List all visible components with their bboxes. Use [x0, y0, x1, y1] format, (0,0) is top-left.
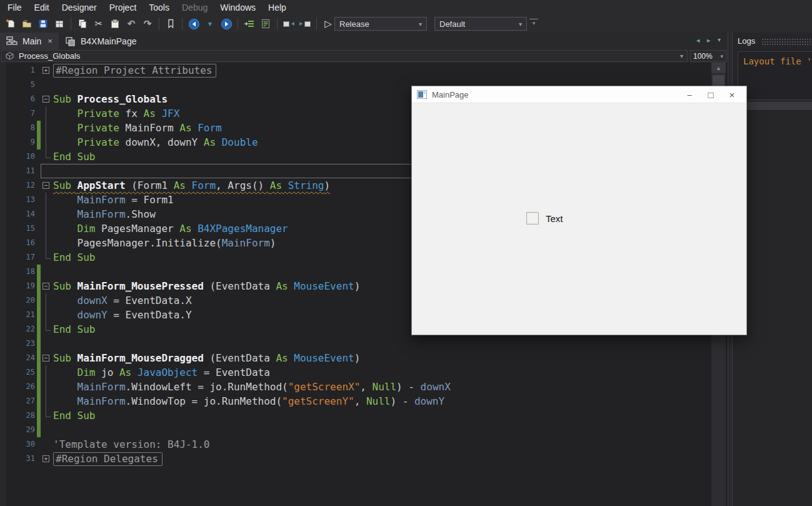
logs-tab-label[interactable]: Logs — [738, 36, 755, 46]
menu-designer[interactable]: Designer — [56, 0, 103, 15]
generate-members-icon[interactable] — [258, 16, 273, 31]
line-number[interactable]: 15 — [0, 221, 35, 236]
expand-region-icon[interactable]: + — [41, 63, 52, 78]
line-number[interactable]: 27 — [0, 394, 35, 408]
line-number[interactable]: 11 — [0, 164, 35, 178]
navigate-forward-icon[interactable] — [219, 16, 234, 31]
configuration-dropdown[interactable]: Default ▾ — [434, 17, 527, 31]
line-number[interactable]: 8 — [0, 121, 35, 135]
line-number[interactable]: 26 — [0, 380, 35, 394]
mainpage-window-title: MainPage — [432, 90, 679, 99]
line-number[interactable]: 17 — [0, 250, 35, 265]
line-number[interactable]: 28 — [0, 408, 35, 423]
line-number[interactable]: 20 — [0, 293, 35, 308]
save-icon[interactable] — [36, 16, 51, 31]
line-number[interactable]: 13 — [0, 193, 35, 207]
paste-icon[interactable] — [108, 16, 123, 31]
run-icon[interactable]: ▷ — [321, 16, 336, 31]
code-line[interactable]: 28End Sub — [0, 408, 728, 423]
menu-edit[interactable]: Edit — [28, 0, 56, 15]
line-number[interactable]: 9 — [0, 135, 35, 149]
menu-help[interactable]: Help — [262, 0, 293, 15]
text-checkbox[interactable] — [526, 212, 539, 225]
mainpage-titlebar[interactable]: MainPage – □ × — [412, 86, 746, 103]
line-number[interactable]: 29 — [0, 423, 35, 437]
menu-project[interactable]: Project — [103, 0, 143, 15]
line-number[interactable]: 22 — [0, 322, 35, 336]
modules-icon[interactable] — [52, 16, 67, 31]
code-line[interactable]: 27 MainForm.WindowTop = jo.RunMethod("ge… — [0, 394, 728, 408]
line-number[interactable]: 1 — [0, 63, 35, 78]
code-line[interactable]: 31+#Region Delegates — [0, 452, 728, 466]
code-line[interactable]: 26 MainForm.WindowLeft = jo.RunMethod("g… — [0, 380, 728, 394]
navigate-back-icon[interactable] — [186, 16, 201, 31]
mainpage-window[interactable]: MainPage – □ × Text — [411, 86, 747, 335]
line-number[interactable]: 23 — [0, 336, 35, 351]
line-number[interactable]: 16 — [0, 236, 35, 250]
open-project-icon[interactable] — [19, 16, 34, 31]
fold-gutter — [41, 164, 52, 178]
fold-scope-end — [41, 322, 52, 336]
line-number[interactable]: 24 — [0, 351, 35, 365]
code-line[interactable]: 30'Template version: B4J-1.0 — [0, 437, 728, 452]
code-line[interactable]: 24−Sub MainForm_MouseDragged (EventData … — [0, 351, 728, 365]
menu-file[interactable]: File — [1, 0, 28, 15]
close-button[interactable]: × — [721, 86, 743, 103]
collapsed-region[interactable]: #Region Project Attributes — [53, 64, 216, 78]
bookmark-icon[interactable] — [163, 16, 178, 31]
line-number[interactable]: 19 — [0, 279, 35, 293]
tab-main[interactable]: Main× — [0, 33, 59, 49]
expand-region-icon[interactable]: + — [41, 452, 52, 466]
maximize-button[interactable]: □ — [700, 86, 721, 103]
line-number[interactable]: 6 — [0, 92, 35, 106]
sub-selector-dropdown[interactable]: Process_Globals ▾ — [1, 50, 688, 62]
line-number[interactable]: 18 — [0, 265, 35, 279]
logs-panel-header[interactable]: Logs — [733, 33, 812, 49]
navigate-back-menu-icon[interactable]: ▾ — [203, 16, 218, 31]
cut-icon[interactable]: ✂ — [91, 16, 106, 31]
fold-gutter — [41, 423, 52, 437]
next-module-icon[interactable] — [298, 16, 313, 31]
close-tab-icon[interactable]: × — [48, 36, 53, 46]
undo-icon[interactable]: ↶ — [124, 16, 139, 31]
code-line[interactable]: 25 Dim jo As JavaObject = EventData — [0, 365, 728, 380]
panel-drag-handle[interactable] — [761, 38, 811, 45]
scroll-tabs-left-icon[interactable]: ◂ — [696, 36, 700, 44]
line-number[interactable]: 25 — [0, 365, 35, 380]
line-number[interactable]: 31 — [0, 452, 35, 466]
line-number[interactable]: 5 — [0, 78, 35, 92]
toolbar-overflow-button[interactable]: ▾ — [529, 19, 538, 27]
find-sub-icon[interactable] — [242, 16, 257, 31]
logs-output[interactable]: Layout file ' — [738, 51, 812, 100]
code-line[interactable]: 1+#Region Project Attributes — [0, 63, 728, 78]
line-number[interactable]: 7 — [0, 106, 35, 121]
editor-zoom-dropdown[interactable]: 100% ▾ — [690, 50, 726, 62]
scrollbar-up-arrow-icon[interactable]: ▲ — [711, 63, 726, 73]
line-number[interactable]: 21 — [0, 308, 35, 322]
tab-b4xmainpage[interactable]: B4XMainPage — [59, 33, 143, 49]
scroll-tabs-right-icon[interactable]: ▸ — [707, 36, 711, 44]
line-number[interactable]: 12 — [0, 178, 35, 193]
minimize-button[interactable]: – — [679, 86, 700, 103]
copy-icon[interactable] — [75, 16, 90, 31]
previous-module-icon[interactable] — [281, 16, 296, 31]
line-number[interactable]: 14 — [0, 207, 35, 221]
collapse-region-icon[interactable]: − — [41, 178, 52, 193]
tab-list-dropdown-icon[interactable]: ▾ — [718, 36, 721, 43]
code-line[interactable]: 23 — [0, 336, 728, 351]
redo-icon[interactable]: ↷ — [140, 16, 155, 31]
menu-tools[interactable]: Tools — [143, 0, 176, 15]
collapsed-region[interactable]: #Region Delegates — [53, 452, 163, 466]
new-file-icon[interactable] — [3, 16, 18, 31]
logs-horizontal-scrollbar[interactable] — [738, 101, 812, 111]
line-number[interactable]: 10 — [0, 149, 35, 164]
menu-windows[interactable]: Windows — [214, 0, 262, 15]
line-number[interactable]: 30 — [0, 437, 35, 452]
build-configuration-dropdown[interactable]: Release ▾ — [334, 17, 427, 31]
collapse-region-icon[interactable]: − — [41, 92, 52, 106]
collapse-region-icon[interactable]: − — [41, 351, 52, 365]
line-body: −Sub MainForm_MouseDragged (EventData As… — [41, 351, 710, 365]
code-line[interactable]: 29 — [0, 423, 728, 437]
collapse-region-icon[interactable]: − — [41, 279, 52, 293]
checkbox-row: Text — [526, 212, 563, 225]
